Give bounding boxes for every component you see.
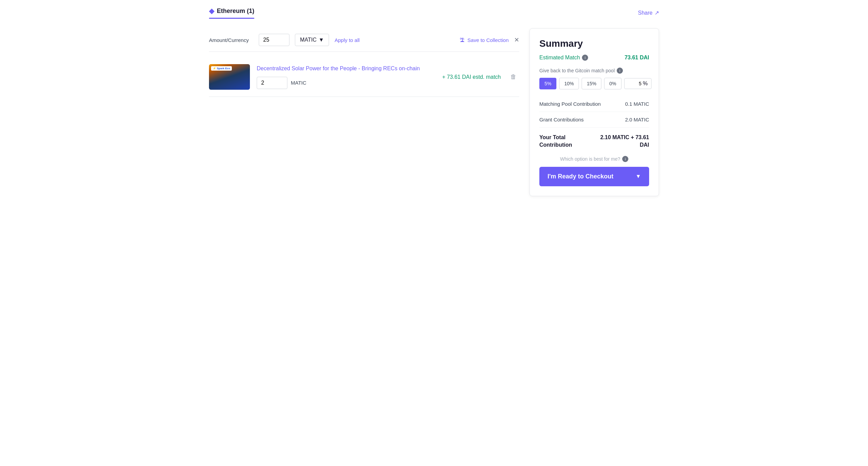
total-contribution-label: Your TotalContribution	[539, 134, 572, 149]
delete-grant-button[interactable]: 🗑	[508, 72, 519, 82]
grant-image: ⚡ Spark Eco	[209, 64, 250, 90]
apply-all-button[interactable]: Apply to all	[334, 37, 359, 43]
eth-tab-label[interactable]: ◆ Ethereum (1)	[209, 7, 254, 18]
matching-pool-row: Matching Pool Contribution 0.1 MATIC	[539, 96, 649, 112]
grant-contributions-row: Grant Contributions 2.0 MATIC	[539, 112, 649, 128]
estimated-match-label: Estimated Match i	[539, 55, 588, 61]
best-option-text: Which option is best for me? i	[539, 156, 649, 162]
save-collection-button[interactable]: 🏝 Save to Collection	[460, 37, 509, 43]
share-icon: ↗	[655, 10, 659, 16]
give-back-text: Give back to the Gitcoin match pool	[539, 68, 615, 73]
grant-amount-row: MATIC	[257, 77, 435, 89]
matching-pool-label: Matching Pool Contribution	[539, 101, 601, 107]
share-label: Share	[638, 10, 653, 16]
summary-panel: Summary Estimated Match i 73.61 DAI Give…	[529, 28, 659, 196]
pct-symbol: %	[643, 81, 648, 87]
total-contribution-row: Your TotalContribution 2.10 MATIC + 73.6…	[539, 128, 649, 156]
custom-pct-container: %	[624, 78, 652, 89]
pct-0-button[interactable]: 0%	[604, 78, 621, 89]
save-collection-label: Save to Collection	[467, 37, 509, 43]
pct-5-button[interactable]: 5%	[539, 78, 556, 89]
left-panel: Amount/Currency MATIC ▼ Apply to all 🏝 S…	[209, 28, 519, 196]
total-contribution-value: 2.10 MATIC + 73.61DAI	[600, 134, 649, 149]
eth-tab-text: Ethereum (1)	[217, 8, 254, 15]
grant-contributions-label: Grant Contributions	[539, 117, 584, 122]
grant-title[interactable]: Decentralized Solar Power for the People…	[257, 65, 435, 72]
spark-eco-icon: ⚡	[213, 67, 216, 70]
estimated-match-info-icon[interactable]: i	[582, 55, 588, 61]
grant-currency: MATIC	[291, 80, 306, 86]
tab-underline	[209, 18, 254, 19]
grant-contributions-value: 2.0 MATIC	[625, 117, 649, 122]
percentage-options: 5% 10% 15% 0% %	[539, 78, 649, 89]
ethereum-icon: ◆	[209, 7, 214, 15]
estimated-match-text: Estimated Match	[539, 55, 580, 61]
match-estimate: + 73.61 DAI estd. match	[442, 74, 501, 80]
amount-bar: Amount/Currency MATIC ▼ Apply to all 🏝 S…	[209, 28, 519, 52]
share-button[interactable]: Share ↗	[638, 10, 659, 16]
checkout-chevron-icon: ▼	[635, 173, 641, 179]
best-option-row: Which option is best for me? i	[539, 156, 649, 162]
chevron-down-icon: ▼	[319, 37, 324, 43]
currency-value: MATIC	[300, 37, 317, 43]
estimated-match-row: Estimated Match i 73.61 DAI	[539, 55, 649, 61]
checkout-label: I'm Ready to Checkout	[548, 173, 613, 180]
grant-row: ⚡ Spark Eco Decentralized Solar Power fo…	[209, 57, 519, 97]
custom-pct-input[interactable]	[628, 81, 642, 86]
spark-eco-text: Spark Eco	[217, 67, 230, 70]
checkout-button[interactable]: I'm Ready to Checkout ▼	[539, 167, 649, 186]
eth-tab: ◆ Ethereum (1)	[209, 7, 254, 19]
pct-15-button[interactable]: 15%	[582, 78, 601, 89]
main-content: Amount/Currency MATIC ▼ Apply to all 🏝 S…	[209, 28, 659, 196]
amount-input[interactable]	[259, 34, 289, 46]
matching-pool-value: 0.1 MATIC	[625, 101, 649, 107]
give-back-info-icon[interactable]: i	[617, 68, 623, 74]
grant-amount-input[interactable]	[257, 77, 287, 89]
give-back-label: Give back to the Gitcoin match pool i	[539, 68, 649, 74]
grant-info: Decentralized Solar Power for the People…	[257, 65, 435, 89]
summary-title: Summary	[539, 38, 649, 49]
top-bar: ◆ Ethereum (1) Share ↗	[209, 7, 659, 19]
currency-select[interactable]: MATIC ▼	[295, 34, 329, 46]
close-button[interactable]: ✕	[514, 36, 519, 44]
spark-eco-badge: ⚡ Spark Eco	[211, 66, 232, 71]
estimated-match-value: 73.61 DAI	[625, 55, 649, 61]
best-option-label: Which option is best for me?	[560, 156, 620, 162]
best-option-info-icon[interactable]: i	[622, 156, 628, 162]
pct-10-button[interactable]: 10%	[559, 78, 579, 89]
amount-label: Amount/Currency	[209, 37, 253, 43]
collection-icon: 🏝	[460, 37, 465, 43]
